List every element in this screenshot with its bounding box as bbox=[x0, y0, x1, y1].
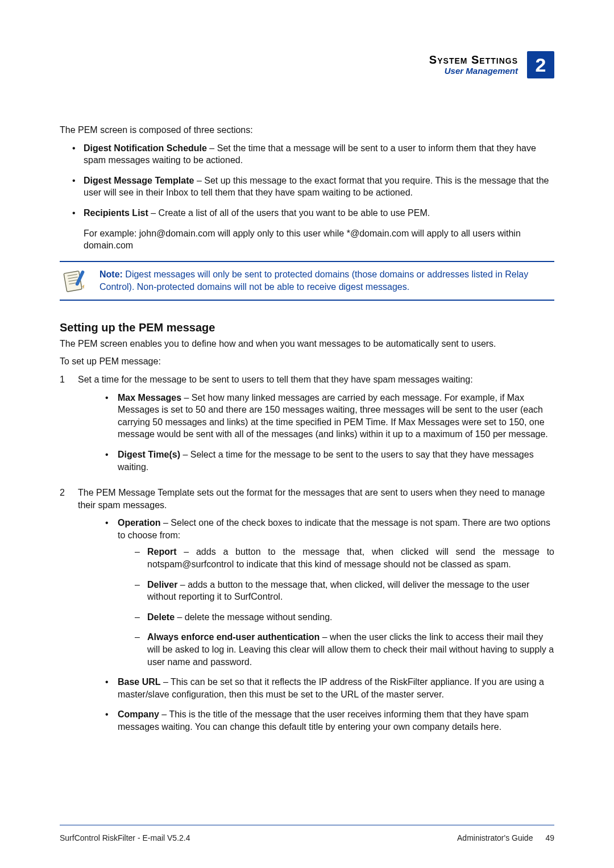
list-item: Report – adds a button to the message th… bbox=[135, 546, 554, 570]
term-desc: – adds a button to the message that, whe… bbox=[147, 580, 529, 602]
term-desc: – adds a button to the message that, whe… bbox=[147, 547, 554, 569]
term: Deliver bbox=[147, 580, 177, 589]
list-item: Recipients List – Create a list of all o… bbox=[72, 207, 554, 252]
term-desc: – Select one of the check boxes to indic… bbox=[118, 518, 550, 540]
list-item: Digest Notification Schedule – Set the t… bbox=[72, 142, 554, 167]
step-body: The PEM Message Template sets out the fo… bbox=[78, 487, 554, 741]
term-desc: – This is the title of the message that … bbox=[118, 709, 529, 732]
heading-setting-up-pem: Setting up the PEM message bbox=[60, 320, 554, 335]
heading-intro: The PEM screen enables you to define how… bbox=[60, 338, 554, 350]
term: Digest Time(s) bbox=[118, 450, 180, 459]
step-2: 2 The PEM Message Template sets out the … bbox=[60, 487, 554, 741]
term: Always enforce end-user authentication bbox=[147, 632, 320, 642]
page-container: System Settings User Management 2 The PE… bbox=[0, 0, 614, 868]
list-item: Operation – Select one of the check boxe… bbox=[105, 517, 554, 668]
footer-right: Administrator's Guide 49 bbox=[457, 833, 554, 842]
term: Report bbox=[147, 547, 177, 556]
term-desc: – delete the message without sending. bbox=[175, 612, 333, 622]
note-body: Digest messages will only be sent to pro… bbox=[99, 269, 528, 292]
list-item: Always enforce end-user authentication –… bbox=[135, 631, 554, 668]
chapter-number-badge: 2 bbox=[527, 51, 554, 78]
body-content: The PEM screen is composed of three sect… bbox=[60, 124, 554, 741]
list-item: Digest Message Template – Set up this me… bbox=[72, 175, 554, 199]
page-header: System Settings User Management 2 bbox=[60, 51, 554, 78]
term: Company bbox=[118, 709, 159, 719]
sections-list: Digest Notification Schedule – Set the t… bbox=[60, 142, 554, 252]
term-desc: – Set how many linked messages are carri… bbox=[118, 393, 548, 439]
step-number: 2 bbox=[60, 487, 70, 741]
operation-options: Report – adds a button to the message th… bbox=[118, 546, 554, 668]
term: Delete bbox=[147, 612, 175, 622]
section-title: System Settings bbox=[429, 53, 518, 66]
note-callout: Note: Digest messages will only be sent … bbox=[60, 261, 554, 301]
section-subtitle: User Management bbox=[429, 66, 518, 76]
list-item: Delete – delete the message without send… bbox=[135, 611, 554, 624]
term-desc: – Create a list of all of the users that… bbox=[148, 208, 430, 218]
term: Max Messages bbox=[118, 393, 181, 402]
list-item: Max Messages – Set how many linked messa… bbox=[105, 392, 554, 441]
svg-marker-6 bbox=[82, 284, 84, 289]
list-item: Deliver – adds a button to the message t… bbox=[135, 579, 554, 603]
term: Base URL bbox=[118, 677, 161, 687]
note-label: Note: bbox=[99, 269, 125, 279]
list-item: Base URL – This can be set so that it re… bbox=[105, 676, 554, 700]
term-desc: – This can be set so that it reflects th… bbox=[118, 677, 544, 699]
list-item: Company – This is the title of the messa… bbox=[105, 708, 554, 733]
term: Digest Message Template bbox=[84, 176, 194, 185]
term-desc: – Select a time for the message to be se… bbox=[118, 450, 534, 472]
list-item: Digest Time(s) – Select a time for the m… bbox=[105, 448, 554, 473]
term: Digest Notification Schedule bbox=[84, 143, 207, 153]
term: Operation bbox=[118, 518, 161, 528]
procedure-lead: To set up PEM message: bbox=[60, 355, 554, 368]
step-1: 1 Set a time for the message to be sent … bbox=[60, 373, 554, 481]
note-icon bbox=[62, 268, 88, 294]
step-2-subitems: Operation – Select one of the check boxe… bbox=[78, 517, 554, 733]
term: Recipients List bbox=[84, 208, 148, 218]
note-text: Note: Digest messages will only be sent … bbox=[99, 268, 552, 293]
header-text-block: System Settings User Management bbox=[429, 53, 518, 76]
recipients-example: For example: john@domain.com will apply … bbox=[84, 227, 554, 252]
page-footer: SurfControl RiskFilter - E-mail V5.2.4 A… bbox=[60, 833, 554, 842]
footer-guide-name: Administrator's Guide bbox=[457, 833, 533, 842]
step-text: The PEM Message Template sets out the fo… bbox=[78, 488, 545, 510]
step-body: Set a time for the message to be sent to… bbox=[78, 373, 554, 481]
page-number: 49 bbox=[545, 833, 554, 842]
footer-rule bbox=[60, 825, 554, 825]
intro-paragraph: The PEM screen is composed of three sect… bbox=[60, 124, 554, 136]
footer-product: SurfControl RiskFilter - E-mail V5.2.4 bbox=[60, 833, 190, 842]
step-text: Set a time for the message to be sent to… bbox=[78, 375, 473, 384]
step-1-subitems: Max Messages – Set how many linked messa… bbox=[78, 392, 554, 474]
step-number: 1 bbox=[60, 373, 70, 481]
